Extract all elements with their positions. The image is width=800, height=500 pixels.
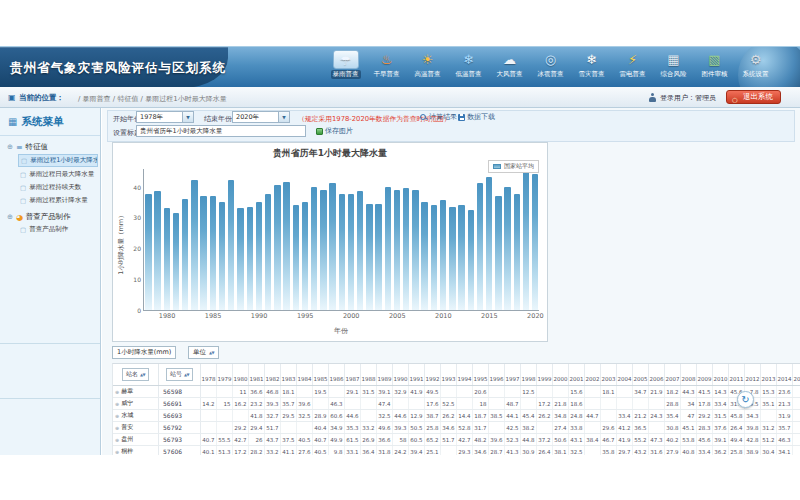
table-header-year[interactable]: 2014 (777, 364, 793, 385)
table-header-year[interactable]: 1988 (361, 364, 377, 385)
toolbar-item-wind[interactable]: ☁大风普查 (490, 50, 529, 79)
bar (237, 208, 243, 310)
table-header-year[interactable]: 2009 (697, 364, 713, 385)
toolbar-item-hail[interactable]: ◎冰雹普查 (531, 50, 570, 79)
value-cell: 30.8 (665, 422, 681, 433)
expand-icon[interactable]: ⊕ (7, 213, 13, 221)
expand-icon[interactable]: ⊕ (7, 143, 13, 151)
table-header-year[interactable]: 2006 (649, 364, 665, 385)
table-header-year[interactable]: 1991 (409, 364, 425, 385)
download-data-button[interactable]: 数据下载 (458, 112, 495, 122)
chevron-down-icon[interactable]: ▼ (182, 112, 193, 122)
toolbar-item-drought[interactable]: ♨干旱普查 (367, 50, 406, 79)
document-icon: ▢ (20, 226, 26, 234)
unit-dropdown[interactable]: 单位 ▲▼ (188, 346, 219, 359)
table-header-year[interactable]: 2007 (665, 364, 681, 385)
sidebar-item-hourly-max[interactable]: ▢暴雨过程1小时最大降水量 (18, 154, 98, 167)
table-header-year[interactable]: 2011 (729, 364, 745, 385)
save-image-icon (316, 128, 323, 135)
refresh-button[interactable]: ↻ (737, 391, 754, 408)
table-header-year[interactable]: 1979 (217, 364, 233, 385)
table-header-year[interactable]: 2008 (681, 364, 697, 385)
expand-row-icon[interactable]: ⊕ (115, 401, 119, 407)
chart-title-input[interactable] (136, 125, 306, 137)
sidebar-item-daily-max[interactable]: ▢暴雨过程日最大降水量 (18, 169, 98, 180)
table-header-year[interactable]: 1981 (249, 364, 265, 385)
table-header-year[interactable]: 2012 (745, 364, 761, 385)
expand-row-icon[interactable]: ⊕ (115, 437, 119, 443)
toolbar-item-snow[interactable]: ❄雪灾普查 (572, 50, 611, 79)
table-header-year[interactable]: 1982 (265, 364, 281, 385)
toolbar-item-map-review[interactable]: ▧图件审核 (695, 50, 734, 79)
table-header-year[interactable]: 2015 (793, 364, 800, 385)
table-header-year[interactable]: 2001 (569, 364, 585, 385)
table-header-year[interactable]: 1992 (425, 364, 441, 385)
chevron-down-icon[interactable]: ▼ (278, 112, 289, 122)
table-header-year[interactable]: 1996 (489, 364, 505, 385)
table-header-year[interactable]: 2002 (585, 364, 601, 385)
table-header-year[interactable]: 1985 (313, 364, 329, 385)
value-cell: 15.3 (761, 386, 777, 397)
sort-arrows-icon[interactable]: ▲▼ (140, 372, 145, 377)
toolbar-item-low-temp[interactable]: ❄低温普查 (449, 50, 488, 79)
table-header-year[interactable]: 1994 (457, 364, 473, 385)
bar (394, 190, 400, 310)
save-image-button[interactable]: 保存图片 (316, 126, 353, 136)
table-header-year[interactable]: 1990 (393, 364, 409, 385)
toolbar-item-lightning[interactable]: ⚡雷电普查 (613, 50, 652, 79)
table-header-year[interactable]: 1998 (521, 364, 537, 385)
expand-row-icon[interactable]: ⊕ (115, 389, 119, 395)
table-header-year[interactable]: 2005 (633, 364, 649, 385)
sidebar-item-cumulative[interactable]: ▢暴雨过程累计降水量 (18, 195, 98, 206)
table-header-year[interactable]: 1987 (345, 364, 361, 385)
calculate-button[interactable]: 计算结果 (420, 112, 457, 122)
table-header-year[interactable]: 1983 (281, 364, 297, 385)
sidebar-item-duration-days[interactable]: ▢暴雨过程持续天数 (18, 182, 98, 193)
table-header-year[interactable]: 2013 (761, 364, 777, 385)
end-year-select[interactable]: 2020年 ▼ (232, 111, 290, 123)
user-icon (648, 93, 656, 102)
table-header-year[interactable]: 1995 (473, 364, 489, 385)
expand-row-icon[interactable]: ⊕ (115, 413, 119, 419)
sidebar-group-product[interactable]: ⊕◕普查产品制作 (7, 212, 96, 222)
table-header-year[interactable]: 1978 (201, 364, 217, 385)
table-header-year[interactable]: 1986 (329, 364, 345, 385)
value-cell: 12.5 (521, 386, 537, 397)
toolbar-item-rainstorm[interactable]: ☂暴雨普查 (326, 50, 365, 79)
table-header-year[interactable]: 1993 (441, 364, 457, 385)
expand-row-icon[interactable]: ⊕ (115, 449, 119, 455)
toolbar-item-composite-risk[interactable]: ▦综合风险 (654, 50, 693, 79)
chart-legend: 国家站平均 (488, 160, 539, 173)
product-icon: ◕ (16, 213, 23, 222)
expand-row-icon[interactable]: ⊕ (115, 425, 119, 431)
start-year-select[interactable]: 1978年 ▼ (136, 111, 194, 123)
value-cell: 39.8 (745, 422, 761, 433)
rainstorm-icon: ☂ (333, 50, 359, 69)
value-cell (345, 398, 361, 409)
toolbar-item-settings[interactable]: ⚙系统设置 (736, 50, 775, 79)
table-header-year[interactable]: 2000 (553, 364, 569, 385)
table-header-year[interactable]: 1984 (297, 364, 313, 385)
station-name: 水城 (121, 411, 133, 420)
bar (191, 180, 197, 310)
station-id-header[interactable]: 站号▲▼ (159, 364, 201, 385)
table-header-year[interactable]: 2010 (713, 364, 729, 385)
station-name-header[interactable]: 站名▲▼ (113, 364, 159, 385)
bar (274, 185, 280, 310)
table-header-year[interactable]: 2004 (617, 364, 633, 385)
value-cell: 26.4 (729, 422, 745, 433)
bar (182, 199, 188, 310)
value-cell: 35.7 (281, 398, 297, 409)
x-axis-tick: 2020 (527, 312, 544, 320)
sidebar-item-product-make[interactable]: ▢普查产品制作 (18, 224, 98, 235)
toolbar-item-high-temp[interactable]: ☀高温普查 (408, 50, 447, 79)
table-header-year[interactable]: 1999 (537, 364, 553, 385)
sidebar-group-feature-values[interactable]: ⊕≡特征值 (7, 142, 96, 152)
table-header-year[interactable]: 1980 (233, 364, 249, 385)
table-header-year[interactable]: 1997 (505, 364, 521, 385)
table-header-year[interactable]: 1989 (377, 364, 393, 385)
logout-button[interactable]: ○ 退出系统 (726, 90, 781, 104)
table-header-year[interactable]: 2003 (601, 364, 617, 385)
sort-arrows-icon[interactable]: ▲▼ (184, 372, 189, 377)
value-cell: 34.8 (553, 410, 569, 421)
